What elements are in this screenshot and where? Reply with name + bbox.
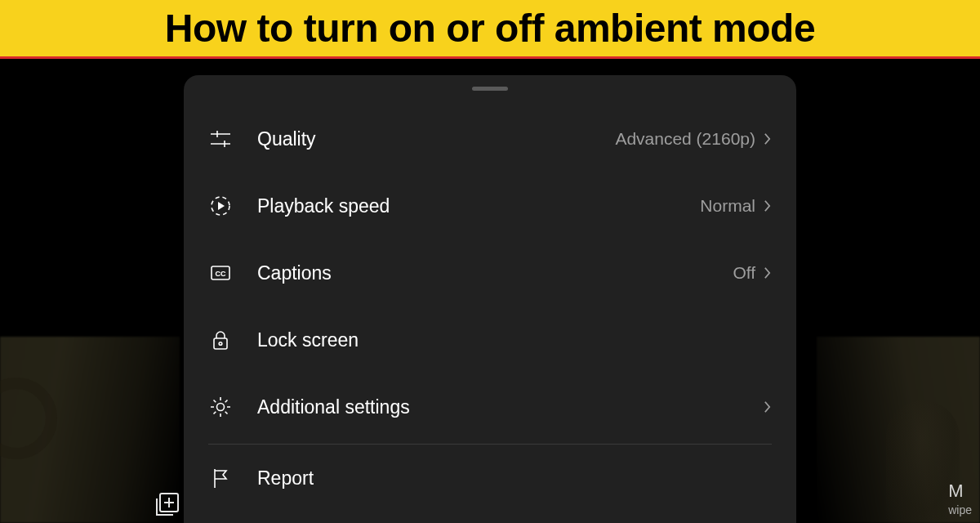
menu-value: Normal [700, 196, 755, 216]
svg-text:CC: CC [216, 270, 226, 278]
menu-label: Playback speed [257, 195, 390, 217]
video-stage: M wipe Quality Advanced (2160p) [0, 59, 980, 523]
sliders-icon [208, 127, 257, 151]
chevron-right-icon [764, 199, 772, 213]
menu-value: Advanced (2160p) [615, 129, 755, 149]
menu-item-playback-speed[interactable]: Playback speed Normal [184, 172, 796, 239]
svg-point-12 [219, 342, 222, 346]
menu-item-quality[interactable]: Quality Advanced (2160p) [184, 105, 796, 172]
add-to-playlist-icon[interactable] [154, 490, 181, 518]
svg-point-13 [217, 404, 225, 411]
menu-item-lock-screen[interactable]: Lock screen [184, 306, 796, 373]
menu-label: Additional settings [257, 396, 410, 418]
cc-icon: CC [208, 261, 257, 285]
menu-value: Off [733, 263, 755, 283]
background-caption-top: M [948, 481, 963, 501]
flag-icon [208, 466, 257, 490]
gear-icon [208, 395, 257, 419]
chevron-right-icon [764, 266, 772, 280]
menu-label: Quality [257, 128, 316, 150]
playback-speed-icon [208, 194, 257, 218]
menu-label: Report [257, 467, 314, 489]
svg-rect-11 [214, 338, 227, 349]
menu-label: Captions [257, 262, 332, 284]
sheet-grabber[interactable] [472, 87, 508, 91]
background-caption-sub: wipe [948, 503, 972, 516]
tutorial-banner: How to turn on or off ambient mode [0, 0, 980, 59]
background-right-caption: M wipe [948, 481, 972, 516]
menu-item-report[interactable]: Report [184, 445, 796, 512]
lock-icon [208, 328, 257, 352]
settings-sheet: Quality Advanced (2160p) Playback speed … [184, 75, 796, 523]
menu-item-captions[interactable]: CC Captions Off [184, 239, 796, 306]
menu-item-additional-settings[interactable]: Additional settings [184, 373, 796, 440]
menu-label: Lock screen [257, 329, 359, 351]
chevron-right-icon [764, 132, 772, 146]
banner-title: How to turn on or off ambient mode [165, 6, 815, 51]
svg-marker-8 [218, 202, 225, 210]
chevron-right-icon [764, 400, 772, 414]
